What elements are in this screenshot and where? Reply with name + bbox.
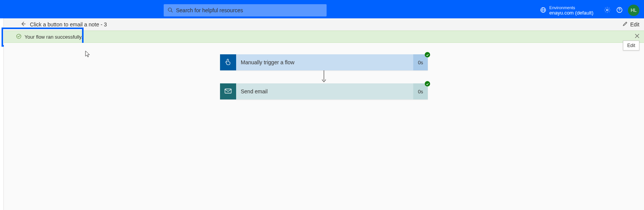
edit-label: Edit: [630, 21, 639, 28]
check-circle-icon: [16, 34, 21, 40]
top-header: Environments enayu.com (default) HL: [0, 0, 644, 18]
checkmark-icon: [426, 52, 429, 58]
close-icon: [635, 34, 639, 39]
svg-point-0: [168, 8, 172, 11]
avatar[interactable]: HL: [628, 5, 639, 16]
flow-step-action[interactable]: Send email 0s: [220, 83, 428, 99]
flow-canvas: Manually trigger a flow 0s: [4, 43, 644, 210]
help-button[interactable]: [613, 4, 626, 16]
mail-icon: [224, 87, 232, 96]
touch-icon: [224, 58, 232, 67]
step-label: Send email: [236, 83, 413, 99]
success-banner: Your flow ran successfully.: [4, 31, 644, 43]
pencil-icon: [623, 21, 628, 28]
command-bar: Click a button to email a note - 3 Edit: [4, 18, 644, 31]
arrow-left-icon: [20, 22, 26, 28]
svg-point-9: [16, 34, 21, 38]
edit-button[interactable]: Edit: [623, 21, 639, 28]
page-title: Click a button to email a note - 3: [30, 21, 107, 28]
help-icon: [616, 7, 623, 15]
flow-connector: [220, 70, 428, 83]
back-button[interactable]: [20, 21, 26, 28]
environment-icon: [540, 7, 546, 14]
status-success-badge: [425, 52, 430, 57]
svg-rect-13: [225, 89, 232, 93]
search-box[interactable]: [164, 4, 327, 16]
environment-value: enayu.com (default): [549, 10, 593, 16]
flow-step-trigger[interactable]: Manually trigger a flow 0s: [220, 54, 428, 70]
svg-point-5: [606, 9, 608, 11]
search-icon: [168, 7, 173, 14]
search-input[interactable]: [176, 7, 323, 13]
status-success-badge: [425, 81, 430, 86]
cursor-icon: [85, 50, 90, 59]
left-rail-collapsed[interactable]: [0, 18, 4, 210]
banner-close-button[interactable]: [635, 34, 639, 39]
gear-icon: [604, 7, 611, 15]
environment-picker[interactable]: Environments enayu.com (default): [540, 5, 593, 16]
checkmark-icon: [426, 81, 429, 87]
edit-tooltip-text: Edit: [627, 43, 635, 48]
arrow-down-icon: [321, 70, 327, 84]
svg-line-1: [171, 11, 173, 12]
banner-message: Your flow ran successfully.: [25, 34, 83, 40]
environments-label: Environments: [549, 5, 593, 10]
edit-tooltip: Edit: [623, 41, 639, 50]
svg-point-7: [619, 11, 619, 11]
step-label: Manually trigger a flow: [236, 54, 413, 70]
avatar-initials: HL: [631, 8, 636, 13]
settings-button[interactable]: [601, 4, 613, 16]
